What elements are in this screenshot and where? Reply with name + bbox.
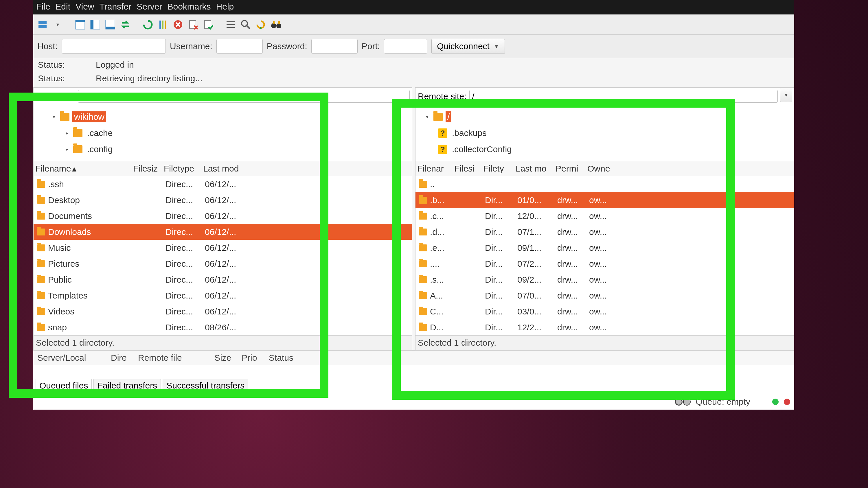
tree-row[interactable]: ? .collectorConfig (418, 141, 792, 157)
col-remote[interactable]: Remote file (138, 353, 210, 363)
remote-filelist[interactable]: Filenar Filesi Filety Last mo Permi Owne… (415, 161, 794, 335)
list-item[interactable]: .c...Dir...12/0...drw...ow... (415, 208, 794, 224)
list-item[interactable]: .. (415, 176, 794, 192)
menu-transfer[interactable]: Transfer (99, 2, 132, 11)
col-direction[interactable]: Dire (111, 353, 134, 363)
gear-icon[interactable] (675, 398, 683, 405)
list-item[interactable]: snapDirec...08/26/... (34, 319, 412, 335)
tree-label[interactable]: .cache (85, 128, 114, 138)
col-modified[interactable]: Last mo (515, 164, 554, 173)
tree-label-root[interactable]: wikihow (72, 111, 106, 122)
col-size[interactable]: Filesiz (132, 164, 163, 173)
tree-row[interactable]: ▸ .config (36, 141, 410, 157)
local-pane: Local site: ▾ wikihow ▸ .cache ▸ .confi (33, 87, 412, 350)
menu-file[interactable]: File (36, 2, 50, 11)
binoculars-icon[interactable] (271, 20, 281, 30)
tree-label[interactable]: .collectorConfig (450, 144, 514, 155)
sync-browse-icon[interactable] (120, 20, 130, 30)
list-item[interactable]: DocumentsDirec...06/12/... (34, 208, 412, 224)
clear-failed-icon[interactable] (188, 20, 198, 30)
list-item[interactable]: VideosDirec...06/12/... (34, 303, 412, 319)
local-tree[interactable]: ▾ wikihow ▸ .cache ▸ .config (33, 105, 412, 161)
filelist-header[interactable]: Filename▴ Filesiz Filetype Last mod (34, 161, 412, 176)
tree-label[interactable]: .backups (450, 128, 488, 138)
col-size[interactable]: Filesi (453, 164, 482, 173)
list-item[interactable]: C...Dir...03/0...drw...ow... (415, 303, 794, 319)
list-item[interactable]: .b...Dir...01/0...drw...ow... (415, 192, 794, 208)
local-filelist[interactable]: Filename▴ Filesiz Filetype Last mod .ssh… (33, 161, 412, 335)
reconnect-icon[interactable] (255, 20, 266, 30)
filelist-header[interactable]: Filenar Filesi Filety Last mo Permi Owne (415, 161, 794, 176)
toggle-tree-icon[interactable] (75, 20, 85, 30)
tree-row[interactable]: ? .backups (418, 125, 792, 141)
menu-view[interactable]: View (75, 2, 94, 11)
list-item[interactable]: MusicDirec...06/12/... (34, 240, 412, 256)
port-label: Port: (362, 41, 380, 51)
col-name[interactable]: Filename▴ (34, 163, 132, 173)
list-item[interactable]: .s...Dir...09/2...drw...ow... (415, 272, 794, 288)
col-size[interactable]: Size (214, 353, 238, 363)
collapse-icon[interactable]: ▾ (50, 113, 57, 120)
local-path-input[interactable] (78, 90, 410, 103)
password-input[interactable] (311, 39, 358, 54)
file-permissions: drw... (556, 211, 588, 221)
col-owner[interactable]: Owne (586, 164, 615, 173)
list-item[interactable]: PicturesDirec...06/12/... (34, 256, 412, 272)
refresh-icon[interactable] (143, 20, 153, 30)
list-item[interactable]: ....Dir...07/2...drw...ow... (415, 256, 794, 272)
tab-successful[interactable]: Successful transfers (163, 379, 248, 392)
col-server[interactable]: Server/Local (37, 353, 107, 363)
tree-label[interactable]: .config (85, 144, 114, 155)
col-name[interactable]: Filenar (415, 164, 453, 173)
svg-rect-1 (38, 25, 46, 28)
list-item[interactable]: DownloadsDirec...06/12/... (34, 224, 412, 240)
process-queue-icon[interactable] (203, 20, 213, 30)
menu-server[interactable]: Server (136, 2, 162, 11)
port-input[interactable] (384, 39, 427, 54)
sitemanager-dropdown-icon[interactable]: ▾ (52, 20, 63, 30)
quickconnect-button[interactable]: Quickconnect ▼ (431, 39, 505, 54)
menu-bookmarks[interactable]: Bookmarks (167, 2, 211, 11)
file-modified: 06/12/... (204, 195, 249, 205)
list-item[interactable]: D...Dir...12/2...drw...ow... (415, 319, 794, 335)
list-item[interactable]: TemplatesDirec...06/12/... (34, 288, 412, 303)
host-input[interactable] (62, 39, 166, 54)
remote-path-dropdown[interactable]: ▾ (780, 88, 792, 102)
sitemanager-icon[interactable] (37, 20, 48, 30)
compare-icon[interactable] (225, 20, 236, 30)
find-icon[interactable] (241, 20, 251, 30)
list-item[interactable]: A...Dir...07/0...drw...ow... (415, 288, 794, 303)
tab-failed[interactable]: Failed transfers (93, 379, 161, 392)
remote-path-input[interactable] (469, 90, 778, 103)
globe-icon[interactable] (683, 398, 691, 405)
cancel-icon[interactable] (173, 20, 183, 30)
col-priority[interactable]: Prio (242, 353, 265, 363)
toggle-queue-icon[interactable] (105, 20, 116, 30)
transfer-cols[interactable]: Server/Local Dire Remote file Size Prio … (33, 351, 794, 365)
menu-edit[interactable]: Edit (55, 2, 70, 11)
pane-splitter[interactable] (412, 87, 415, 350)
toggle-log-icon[interactable] (90, 20, 100, 30)
tree-row[interactable]: ▾ wikihow (36, 109, 410, 125)
expand-icon[interactable]: ▸ (63, 130, 70, 136)
remote-tree[interactable]: ▾ / ? .backups ? .collectorConfig (415, 105, 794, 161)
tree-label-root[interactable]: / (445, 111, 452, 122)
username-input[interactable] (216, 39, 263, 54)
list-item[interactable]: PublicDirec...06/12/... (34, 272, 412, 288)
col-permissions[interactable]: Permi (554, 164, 586, 173)
collapse-icon[interactable]: ▾ (424, 113, 431, 120)
tree-row[interactable]: ▾ / (418, 109, 792, 125)
expand-icon[interactable]: ▸ (63, 146, 70, 153)
list-item[interactable]: DesktopDirec...06/12/... (34, 192, 412, 208)
col-type[interactable]: Filetype (163, 164, 202, 173)
col-status[interactable]: Status (269, 353, 309, 363)
filter-icon[interactable] (158, 20, 168, 30)
list-item[interactable]: .sshDirec...06/12/... (34, 176, 412, 192)
menu-help[interactable]: Help (216, 2, 234, 11)
list-item[interactable]: .e...Dir...09/1...drw...ow... (415, 240, 794, 256)
tab-queued[interactable]: Queued files (36, 379, 92, 392)
list-item[interactable]: .d...Dir...07/1...drw...ow... (415, 224, 794, 240)
col-modified[interactable]: Last mod (202, 164, 248, 173)
col-type[interactable]: Filety (482, 164, 515, 173)
tree-row[interactable]: ▸ .cache (36, 125, 410, 141)
